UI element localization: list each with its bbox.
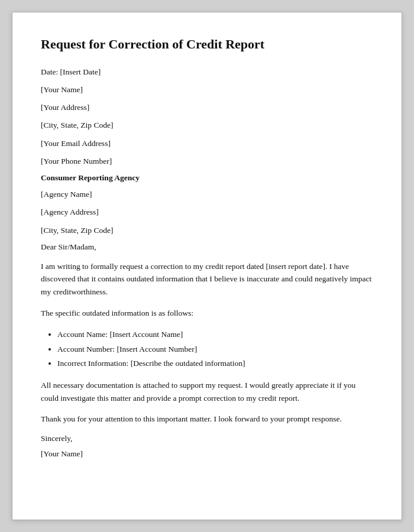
- your-phone-field: [Your Phone Number]: [41, 155, 373, 167]
- closing-sincerely: Sincerely,: [41, 434, 373, 443]
- document-title: Request for Correction of Credit Report: [41, 36, 373, 53]
- support-paragraph: All necessary documentation is attached …: [41, 379, 373, 404]
- intro-paragraph: I am writing to formally request a corre…: [41, 260, 373, 299]
- agency-name-field: [Agency Name]: [41, 189, 373, 200]
- thank-you-paragraph: Thank you for your attention to this imp…: [41, 413, 373, 426]
- bullet-account-number: Account Number: [Insert Account Number]: [57, 342, 373, 356]
- your-address-field: [Your Address]: [41, 102, 373, 113]
- bullet-incorrect-info: Incorrect Information: [Describe the out…: [57, 356, 373, 371]
- bullet-list: Account Name: [Insert Account Name] Acco…: [57, 327, 373, 371]
- specific-intro-paragraph: The specific outdated information is as …: [41, 307, 373, 320]
- agency-address-field: [Agency Address]: [41, 206, 373, 218]
- city-state-zip-2-field: [City, State, Zip Code]: [41, 225, 373, 236]
- city-state-zip-1-field: [City, State, Zip Code]: [41, 119, 373, 131]
- document-container: Request for Correction of Credit Report …: [12, 12, 402, 520]
- consumer-reporting-agency-label: Consumer Reporting Agency: [41, 173, 373, 183]
- your-email-field: [Your Email Address]: [41, 138, 373, 150]
- closing-name: [Your Name]: [41, 449, 373, 459]
- bullet-account-name: Account Name: [Insert Account Name]: [57, 327, 373, 342]
- date-field: Date: [Insert Date]: [41, 66, 373, 78]
- your-name-field: [Your Name]: [41, 84, 373, 96]
- salutation: Dear Sir/Madam,: [41, 242, 373, 252]
